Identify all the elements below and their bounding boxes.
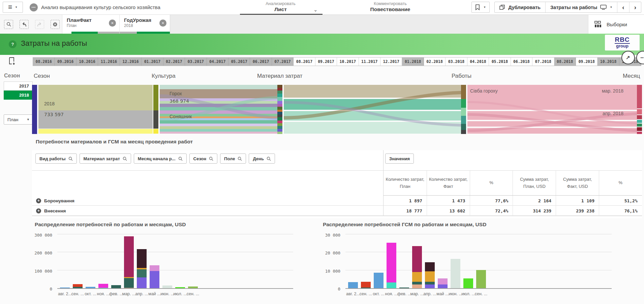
stacked-bar-апр. ...[interactable] [425, 262, 435, 288]
stacked-bar-ноя. ...[interactable] [98, 284, 108, 288]
stacked-bar-июн. ...[interactable] [162, 285, 172, 288]
month-cell[interactable]: 09.2018 [576, 58, 597, 66]
stacked-bar-авг. 2...[interactable] [348, 282, 358, 288]
values-chip[interactable]: Значения [385, 154, 414, 164]
bar-segment [412, 282, 422, 284]
selection-chip-godurozhaya[interactable]: ГодУрожая 2018 ✕ [120, 15, 170, 34]
bar-segment [374, 273, 384, 288]
plot-area[interactable] [345, 235, 612, 289]
remove-selection-button[interactable]: ✕ [109, 20, 116, 27]
help-icon[interactable]: ? [9, 40, 17, 48]
stacked-bar-мар. ...[interactable] [124, 236, 134, 288]
stacked-bar-сен. ...[interactable] [476, 270, 486, 288]
month-cell[interactable]: 10.2018 [597, 58, 619, 66]
month-cell[interactable]: 06.2017 [250, 58, 272, 66]
month-cell[interactable]: 08.2018 [554, 58, 576, 66]
step-back-button[interactable] [20, 20, 29, 29]
month-cell[interactable]: 05.2017 [228, 58, 250, 66]
month-cell[interactable]: 04.2018 [467, 58, 489, 66]
month-cell[interactable]: 07.2018 [532, 58, 554, 66]
prev-sheet-button[interactable]: ‹ [617, 2, 629, 12]
stacked-bar-мар. ...[interactable] [412, 246, 422, 288]
bookmarks-button[interactable]: ▼ [471, 2, 490, 13]
month-cell[interactable]: 08.2017 [294, 58, 315, 66]
dimension-chip[interactable]: Месяц начала р... [134, 154, 187, 164]
stacked-bar-фев. ...[interactable] [399, 288, 409, 288]
stacked-bar-июл. ...[interactable] [175, 287, 185, 288]
stacked-bar-июн. ...[interactable] [451, 259, 460, 288]
month-cell[interactable]: 03.2018 [446, 58, 467, 66]
bar-chart-fuel[interactable]: Распределение потребностей ГСМ по работа… [320, 221, 644, 302]
sankey-chart[interactable]: 2018 733 597 Горох 368 974 Соняшник Сівб… [32, 84, 642, 135]
main-menu-button[interactable]: ≡ ▼ [3, 2, 23, 13]
stacked-bar-ноя. ...[interactable] [387, 243, 396, 288]
sheet-selector[interactable]: Затраты на работы ▼ [545, 2, 617, 12]
dimension-chip[interactable]: День [249, 154, 275, 164]
sheet-nav-chevron-icon[interactable]: ⌄ [313, 7, 318, 13]
dimension-chip[interactable]: Поле [220, 154, 246, 164]
dimension-chip[interactable]: Материал затрат [80, 154, 131, 164]
row-label-Внесення[interactable]: +Внесення [36, 206, 66, 216]
season-option-2017[interactable]: 2017 [4, 81, 33, 91]
month-cell[interactable]: 11.2017 [359, 58, 380, 66]
month-cell[interactable]: 09.2017 [315, 58, 337, 66]
stacked-bar-окт. ...[interactable] [86, 287, 95, 288]
row-label-text: Внесення [44, 208, 66, 213]
expand-fullscreen-button[interactable]: ↗ [621, 51, 635, 64]
plot-area[interactable] [57, 235, 293, 289]
month-cell[interactable]: 03.2017 [185, 58, 207, 66]
dimension-chip[interactable]: Вид работы [35, 154, 77, 164]
plan-dropdown[interactable]: План ▼ [4, 114, 33, 125]
y-tick-label: 0 [320, 286, 340, 292]
month-cell[interactable]: 08.2016 [33, 58, 55, 66]
month-cell[interactable]: 11.2016 [98, 58, 120, 66]
selection-export-button[interactable] [8, 57, 17, 66]
value-cell: 314 239 [513, 206, 556, 216]
column-header: % [599, 171, 642, 195]
month-cell[interactable]: 06.2018 [511, 58, 532, 66]
tab-analyze-sheet[interactable]: Анализировать Лист [251, 1, 310, 12]
chevron-down-icon: ▼ [610, 6, 612, 9]
remove-selection-button[interactable]: ✕ [159, 20, 166, 27]
next-sheet-button[interactable]: › [629, 2, 641, 12]
month-cell[interactable]: 12.2017 [380, 58, 402, 66]
stacked-bar-окт. ...[interactable] [374, 273, 384, 288]
stacked-bar-сен. ...[interactable] [73, 284, 83, 288]
stacked-bar-сен. ...[interactable] [188, 286, 198, 288]
clear-selections-button[interactable] [51, 20, 60, 29]
stacked-bar-май ...[interactable] [438, 278, 448, 288]
stacked-bar-сен. ...[interactable] [361, 282, 371, 288]
stacked-bar-фев. ...[interactable] [111, 285, 121, 288]
season-option-2018[interactable]: 2018 [4, 91, 33, 100]
selections-panel-button[interactable]: Выборки [588, 15, 644, 34]
stacked-bar-авг. 2...[interactable] [60, 288, 70, 288]
stacked-bar-июл. ...[interactable] [463, 278, 473, 288]
month-cell[interactable]: 02.2017 [163, 58, 185, 66]
dimension-chip[interactable]: Сезон [189, 154, 218, 164]
selection-chip-planfakt[interactable]: ПланФакт План ✕ [62, 15, 120, 34]
step-forward-button[interactable] [35, 20, 44, 29]
bar-segment [73, 284, 83, 287]
expand-plus-icon[interactable]: + [36, 208, 41, 213]
stacked-bar-май ...[interactable] [150, 265, 159, 288]
month-cell[interactable]: 10.2016 [76, 58, 98, 66]
row-label-Боронування[interactable]: +Боронування [36, 196, 74, 206]
expand-plus-icon[interactable]: + [36, 198, 41, 203]
month-cell[interactable]: 09.2016 [55, 58, 76, 66]
month-cell[interactable]: 01.2018 [402, 58, 424, 66]
duplicate-button[interactable]: Дублировать [495, 2, 545, 12]
month-cell[interactable]: 05.2018 [489, 58, 511, 66]
smart-search-button[interactable] [4, 20, 13, 29]
sankey-label-crop-bottom: Соняшник [170, 114, 192, 119]
month-cell[interactable]: 12.2016 [120, 58, 142, 66]
value-cell: 1 897 [384, 196, 427, 206]
month-cell[interactable]: 07.2017 [272, 58, 294, 66]
stacked-bar-апр. ...[interactable] [137, 249, 147, 288]
month-cell[interactable]: 02.2018 [424, 58, 446, 66]
tab-comment-storytelling[interactable]: Комментировать Повествование [358, 1, 422, 12]
bar-segment [98, 288, 108, 289]
month-cell[interactable]: 10.2017 [337, 58, 359, 66]
month-cell[interactable]: 04.2017 [207, 58, 228, 66]
month-cell[interactable]: 01.2017 [142, 58, 163, 66]
bar-chart-materials[interactable]: Распределение потребностей по работам и … [32, 221, 298, 302]
